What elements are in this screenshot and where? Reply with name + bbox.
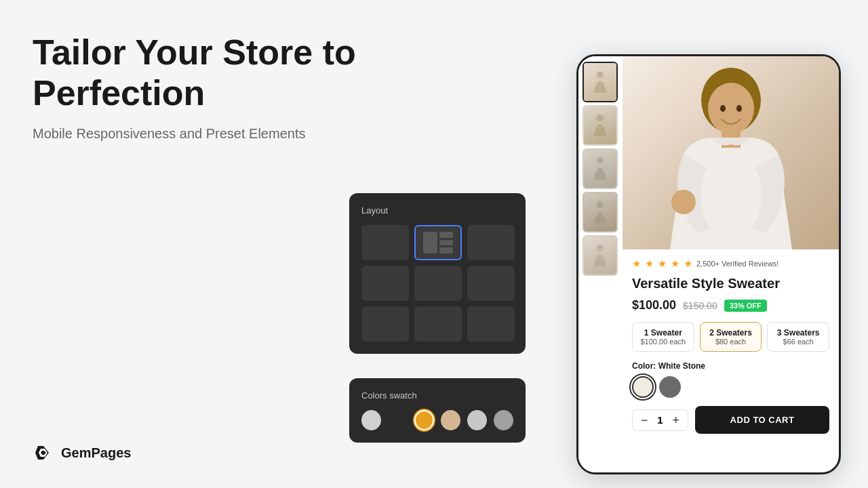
star-5: ★ [684,258,692,270]
layout-item-3col[interactable] [467,225,515,260]
color-name: White Stone [658,361,705,371]
swatch-panel: Colors swatch [349,378,526,443]
layout-item-wide[interactable] [467,266,515,301]
product-layout: ★ ★ ★ ★ ★ 2,500+ Verified Reviews! Versa… [578,56,839,472]
thumb-1[interactable] [583,62,618,102]
gempages-logo-icon [33,442,54,464]
price-original: $150.00 [683,300,717,311]
bundle-2-count: 2 Sweaters [703,328,759,338]
thumb-4[interactable] [583,192,618,232]
left-section: Tailor Your Store to Perfection Mobile R… [33,33,494,142]
star-3: ★ [658,258,667,270]
page-title: Tailor Your Store to Perfection [33,33,494,114]
svg-point-6 [708,83,754,134]
price-row: $100.00 $150.00 33% OFF [632,298,829,312]
bundle-options: 1 Sweater $100.00 each 2 Sweaters $80 ea… [632,322,829,352]
bundle-3-count: 3 Sweaters [770,328,826,338]
qty-selector: − 1 + [632,409,688,431]
layout-item-featured[interactable] [414,225,462,260]
swatch-gray[interactable] [361,410,381,430]
color-dark-stone[interactable] [659,376,681,398]
star-1: ★ [632,258,641,270]
phone-mockup: ★ ★ ★ ★ ★ 2,500+ Verified Reviews! Versa… [576,54,841,474]
color-section: Color: White Stone [632,361,829,398]
color-label: Color: White Stone [632,361,829,371]
review-count: 2,500+ Verified Reviews! [696,260,778,268]
layout-item-single[interactable] [361,306,409,342]
svg-point-3 [597,201,604,208]
main-content-area: ★ ★ ★ ★ ★ 2,500+ Verified Reviews! Versa… [623,56,839,472]
svg-point-4 [597,245,604,251]
qty-minus-button[interactable]: − [641,414,648,426]
layout-item-2col[interactable] [361,225,409,260]
color-label-text: Color: [632,361,656,371]
thumb-sidebar [578,56,623,472]
price-current: $100.00 [632,298,676,312]
swatch-beige[interactable] [441,410,460,430]
layout-item-alt[interactable] [414,306,462,342]
swatch-panel-label: Colors swatch [361,390,513,401]
thumb-3[interactable] [583,148,618,189]
svg-point-8 [736,105,742,112]
star-2: ★ [645,258,654,270]
product-name: Versatile Style Sweater [632,275,829,291]
bundle-3-price: $66 each [770,338,826,346]
swatch-black[interactable] [388,410,408,430]
bundle-3-sweaters[interactable]: 3 Sweaters $66 each [767,322,829,352]
swatch-circles [361,410,513,430]
svg-point-7 [720,105,726,112]
qty-plus-button[interactable]: + [673,414,680,426]
logo: GemPages [33,442,131,464]
bundle-2-sweaters[interactable]: 2 Sweaters $80 each [700,322,762,352]
product-info: ★ ★ ★ ★ ★ 2,500+ Verified Reviews! Versa… [623,249,839,442]
svg-point-2 [597,158,603,164]
layout-item-mixed[interactable] [414,266,462,301]
color-options [632,376,829,398]
svg-point-1 [597,115,604,121]
page-subtitle: Mobile Responsiveness and Preset Element… [33,126,494,142]
layout-item-var[interactable] [467,306,515,342]
svg-point-10 [671,190,696,214]
star-4: ★ [671,258,679,270]
bundle-1-price: $100.00 each [635,338,691,346]
swatch-light-gray[interactable] [467,410,487,430]
bundle-1-sweater[interactable]: 1 Sweater $100.00 each [632,322,694,352]
bundle-2-price: $80 each [703,338,759,346]
logo-text: GemPages [61,445,131,461]
bundle-1-count: 1 Sweater [635,328,691,338]
discount-badge: 33% OFF [724,300,767,312]
layout-panel: Layout [349,193,526,354]
layout-item-4grid[interactable] [361,266,409,301]
swatch-orange[interactable] [414,410,434,430]
color-white-stone[interactable] [632,376,654,398]
cart-row: − 1 + ADD TO CART [632,406,829,434]
thumb-2[interactable] [583,105,618,146]
swatch-mid-gray[interactable] [494,410,513,430]
stars-row: ★ ★ ★ ★ ★ 2,500+ Verified Reviews! [632,258,829,270]
svg-point-0 [597,71,604,78]
layout-grid [361,225,513,342]
add-to-cart-button[interactable]: ADD TO CART [695,406,829,434]
main-product-image [623,56,839,249]
qty-value: 1 [655,414,666,426]
thumb-5[interactable] [583,235,618,276]
layout-panel-label: Layout [361,205,513,216]
